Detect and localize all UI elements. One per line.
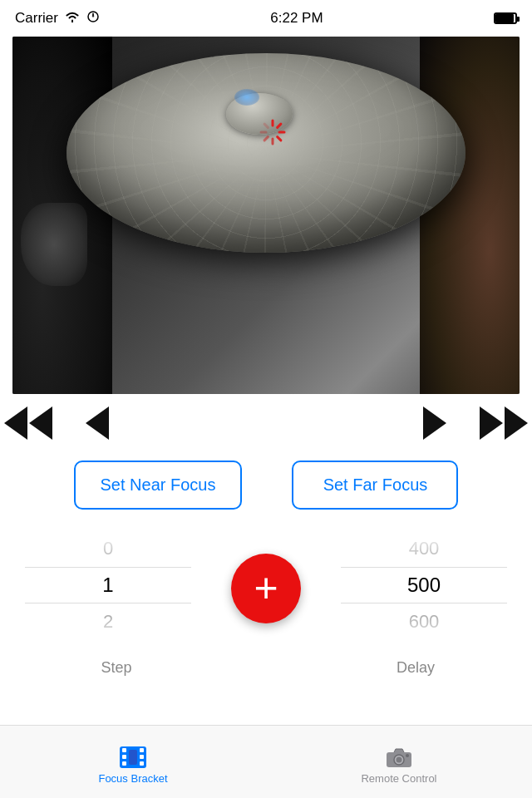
focus-buttons: Set Near Focus Set Far Focus	[0, 452, 532, 518]
plus-icon: +	[254, 567, 278, 608]
tab-bar: Focus Bracket Remote Control	[0, 725, 532, 798]
svg-line-9	[264, 124, 268, 127]
status-bar: Carrier 6:22 PM	[0, 0, 532, 37]
camera-scene	[12, 37, 520, 394]
forward-button[interactable]	[419, 402, 451, 444]
skip-back-button[interactable]	[0, 402, 57, 444]
activity-icon	[86, 10, 100, 27]
spinner	[258, 117, 288, 147]
add-button[interactable]: +	[231, 554, 301, 623]
delay-picker-selected[interactable]: 500	[341, 567, 507, 603]
tab-remote-control-label: Remote Control	[361, 772, 436, 785]
back-button[interactable]	[81, 402, 113, 444]
camera-preview	[12, 37, 520, 394]
step-picker[interactable]: 0 1 2	[25, 530, 191, 647]
delay-label: Delay	[357, 659, 474, 677]
svg-line-3	[278, 124, 281, 127]
status-left: Carrier	[15, 10, 100, 27]
set-far-focus-button[interactable]: Set Far Focus	[292, 461, 458, 510]
svg-rect-15	[140, 755, 144, 759]
svg-rect-11	[122, 748, 126, 752]
tab-remote-control[interactable]: Remote Control	[266, 739, 532, 785]
camera-icon	[385, 746, 413, 769]
time-display: 6:22 PM	[270, 10, 323, 27]
svg-point-20	[397, 757, 402, 763]
svg-rect-16	[140, 761, 144, 766]
delay-picker-item-400[interactable]: 400	[341, 530, 507, 567]
svg-rect-13	[122, 761, 126, 766]
svg-rect-14	[140, 748, 144, 752]
step-picker-selected[interactable]: 1	[25, 567, 191, 603]
svg-rect-12	[122, 755, 126, 759]
skip-forward-button[interactable]	[475, 402, 532, 444]
controls-section: 0 1 2 + 400 500 600	[0, 518, 532, 659]
svg-point-21	[406, 754, 409, 757]
svg-line-5	[278, 136, 281, 140]
nav-controls	[0, 394, 532, 452]
labels-row: Step Delay	[0, 659, 532, 685]
delay-picker-item-600[interactable]: 600	[341, 603, 507, 640]
step-picker-item-0[interactable]: 0	[25, 530, 191, 567]
status-right	[494, 12, 517, 24]
battery-icon	[494, 12, 517, 24]
set-near-focus-button[interactable]: Set Near Focus	[74, 461, 243, 510]
tab-focus-bracket[interactable]: Focus Bracket	[0, 739, 266, 785]
svg-rect-17	[129, 750, 137, 765]
film-icon	[119, 746, 147, 769]
svg-line-7	[264, 136, 268, 140]
tab-focus-bracket-label: Focus Bracket	[98, 772, 167, 785]
delay-picker[interactable]: 400 500 600	[341, 530, 507, 647]
carrier-label: Carrier	[15, 10, 58, 27]
step-picker-item-2[interactable]: 2	[25, 603, 191, 640]
wifi-icon	[65, 10, 80, 27]
step-label: Step	[58, 659, 175, 677]
